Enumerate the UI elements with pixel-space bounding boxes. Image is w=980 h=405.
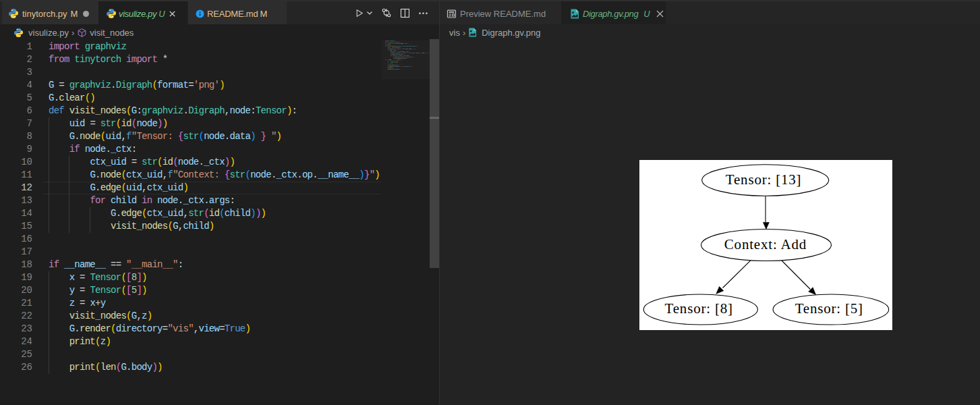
svg-text:Tensor: [13]: Tensor: [13] bbox=[726, 171, 802, 188]
svg-text:Context: Add: Context: Add bbox=[724, 236, 807, 252]
svg-text:Tensor: [8]: Tensor: [8] bbox=[665, 300, 733, 317]
svg-text:Tensor: [5]: Tensor: [5] bbox=[795, 300, 863, 317]
